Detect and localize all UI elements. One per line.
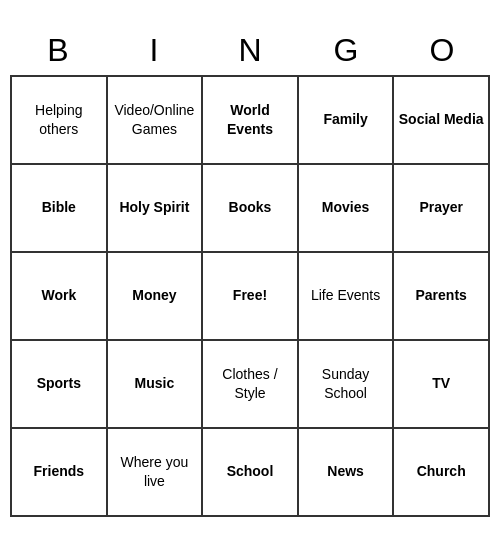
cell-r4-c3[interactable]: News — [298, 428, 394, 516]
cell-r4-c0[interactable]: Friends — [11, 428, 107, 516]
header-b: B — [10, 28, 106, 73]
header-o: O — [394, 28, 490, 73]
cell-r2-c4[interactable]: Parents — [393, 252, 489, 340]
cell-r2-c0[interactable]: Work — [11, 252, 107, 340]
cell-r2-c1[interactable]: Money — [107, 252, 203, 340]
cell-r0-c4[interactable]: Social Media — [393, 76, 489, 164]
cell-r1-c4[interactable]: Prayer — [393, 164, 489, 252]
header-i: I — [106, 28, 202, 73]
cell-r3-c1[interactable]: Music — [107, 340, 203, 428]
cell-r3-c2[interactable]: Clothes / Style — [202, 340, 298, 428]
cell-r0-c0[interactable]: Helping others — [11, 76, 107, 164]
cell-r3-c0[interactable]: Sports — [11, 340, 107, 428]
cell-r1-c2[interactable]: Books — [202, 164, 298, 252]
cell-r0-c1[interactable]: Video/Online Games — [107, 76, 203, 164]
cell-r1-c3[interactable]: Movies — [298, 164, 394, 252]
bingo-header: B I N G O — [10, 28, 490, 73]
cell-r2-c3[interactable]: Life Events — [298, 252, 394, 340]
bingo-card: B I N G O Helping othersVideo/Online Gam… — [10, 28, 490, 517]
header-g: G — [298, 28, 394, 73]
cell-r3-c4[interactable]: TV — [393, 340, 489, 428]
bingo-grid: Helping othersVideo/Online GamesWorld Ev… — [10, 75, 490, 517]
cell-r2-c2[interactable]: Free! — [202, 252, 298, 340]
cell-r3-c3[interactable]: Sunday School — [298, 340, 394, 428]
cell-r0-c3[interactable]: Family — [298, 76, 394, 164]
cell-r4-c1[interactable]: Where you live — [107, 428, 203, 516]
cell-r4-c2[interactable]: School — [202, 428, 298, 516]
header-n: N — [202, 28, 298, 73]
cell-r1-c0[interactable]: Bible — [11, 164, 107, 252]
cell-r0-c2[interactable]: World Events — [202, 76, 298, 164]
cell-r1-c1[interactable]: Holy Spirit — [107, 164, 203, 252]
cell-r4-c4[interactable]: Church — [393, 428, 489, 516]
